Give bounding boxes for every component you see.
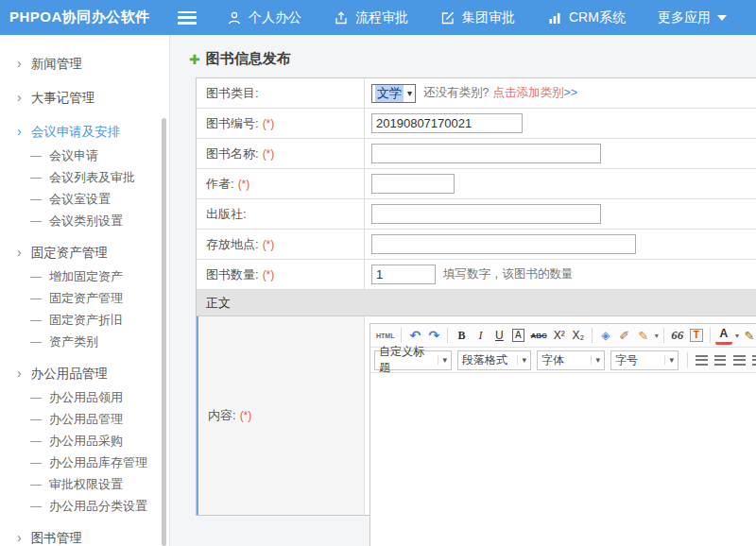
page-header: ✚ 图书信息发布 <box>170 35 756 77</box>
italic-icon[interactable]: I <box>472 327 489 345</box>
format-brush-caret[interactable]: ▾ <box>655 332 659 340</box>
paragraph-format-dropdown[interactable]: 段落格式 <box>457 350 531 370</box>
publisher-input[interactable] <box>371 204 601 224</box>
format-brush-icon[interactable]: ✎ <box>635 327 652 345</box>
author-label: 作者: <box>206 176 234 193</box>
sidebar-item-asset-category[interactable]: 资产类别 <box>0 331 169 352</box>
bold-icon[interactable]: B <box>453 327 470 345</box>
blockquote-icon[interactable]: 66 <box>669 327 686 345</box>
form-row-author: 作者:(*) <box>197 169 756 199</box>
nav-crm-system[interactable]: CRM系统 <box>547 9 626 26</box>
strikethrough-icon[interactable]: ABC <box>528 327 548 345</box>
add-icon: ✚ <box>189 52 200 67</box>
book-code-input[interactable] <box>371 113 523 133</box>
user-icon <box>227 10 242 26</box>
eraser-icon[interactable]: ◈ <box>597 327 614 345</box>
align-center-icon[interactable] <box>712 351 729 369</box>
author-input[interactable] <box>371 174 455 194</box>
publisher-label: 出版社: <box>206 206 247 223</box>
sidebar-item-meeting-apply[interactable]: 会议申请 <box>0 145 169 166</box>
align-left-icon[interactable] <box>693 351 710 369</box>
border-text-icon[interactable]: A <box>512 329 524 342</box>
sidebar-item-supplies-inventory[interactable]: 办公用品库存管理 <box>0 452 169 473</box>
sidebar-item-meeting-list-approval[interactable]: 会议列表及审批 <box>0 166 169 188</box>
font-size-dropdown[interactable]: 字号 <box>610 350 679 370</box>
menu-toggle-icon[interactable] <box>178 11 197 25</box>
form-row-category: 图书类目: 文学 还没有类别? 点击添加类别>> <box>197 78 756 109</box>
nav-group-approval[interactable]: 集团审批 <box>440 9 515 26</box>
subscript-icon[interactable]: X₂ <box>570 327 587 345</box>
nav-personal-office[interactable]: 个人办公 <box>227 9 301 26</box>
sidebar-item-fixed-asset-manage[interactable]: 固定资产管理 <box>0 287 169 309</box>
quantity-label: 图书数量: <box>206 266 259 283</box>
form-row-code: 图书编号:(*) <box>197 109 756 139</box>
category-select[interactable]: 文学 <box>371 84 416 103</box>
crm-chart-icon <box>547 10 562 26</box>
top-nav: 个人办公 流程审批 集团审批 CRM系统 更多应用 <box>227 9 727 26</box>
superscript-icon[interactable]: X² <box>551 327 568 345</box>
sidebar-scrollbar[interactable] <box>162 118 166 546</box>
book-form: 图书类目: 文学 还没有类别? 点击添加类别>> 图书编号:(*) 图书名称:(… <box>196 77 756 516</box>
sidebar-group-books[interactable]: 图书管理 <box>0 525 169 546</box>
sidebar-item-supplies-purchase[interactable]: 办公用品采购 <box>0 430 169 452</box>
redo-icon[interactable]: ↷ <box>425 327 442 345</box>
highlight-icon[interactable]: ✎ <box>741 327 756 345</box>
sidebar-group-fixed-assets[interactable]: 固定资产管理 <box>0 240 169 265</box>
sidebar-group-memorabilia[interactable]: 大事记管理 <box>0 85 169 111</box>
main-content: ✚ 图书信息发布 图书类目: 文学 还没有类别? 点击添加类别>> 图书编号:(… <box>170 35 756 546</box>
category-hint: 还没有类别? <box>423 85 489 101</box>
quantity-hint: 填写数字，该图书的数量 <box>443 266 574 282</box>
underline-icon[interactable]: U <box>490 327 507 345</box>
group-approval-icon <box>440 10 455 26</box>
sidebar-group-office-supplies[interactable]: 办公用品管理 <box>0 361 169 386</box>
app-logo: PHPOA协同办公软件 <box>0 9 170 26</box>
editor-content-area[interactable] <box>370 373 756 546</box>
sidebar-item-add-fixed-asset[interactable]: 增加固定资产 <box>0 265 169 287</box>
add-category-arrows[interactable]: >> <box>563 86 577 99</box>
sidebar-item-approval-permission-settings[interactable]: 审批权限设置 <box>0 473 169 495</box>
form-row-content: 内容:(*) HTML ↶ ↷ B I U <box>197 316 756 515</box>
process-approval-icon <box>334 10 349 26</box>
editor-toolbar-row2: 自定义标题 段落格式 字体 字号 ∞ <box>370 348 756 373</box>
content-label: 内容: <box>208 407 236 424</box>
book-name-input[interactable] <box>371 144 601 163</box>
nav-process-approval[interactable]: 流程审批 <box>334 9 408 26</box>
font-color-icon[interactable]: A <box>715 327 732 345</box>
category-label: 图书类目: <box>206 85 259 102</box>
sidebar-item-supplies-claim[interactable]: 办公用品领用 <box>0 386 169 408</box>
code-label: 图书编号: <box>206 115 259 132</box>
form-row-location: 存放地点:(*) <box>197 230 756 260</box>
font-color-caret[interactable]: ▾ <box>735 332 739 340</box>
caret-down-icon <box>717 15 727 21</box>
sidebar-item-meeting-category-settings[interactable]: 会议类别设置 <box>0 210 169 231</box>
name-label: 图书名称: <box>206 145 259 162</box>
nav-more-apps[interactable]: 更多应用 <box>658 9 727 26</box>
sidebar-group-meeting[interactable]: 会议申请及安排 <box>0 119 169 145</box>
add-category-link[interactable]: 点击添加类别 <box>492 86 563 99</box>
sidebar-group-news[interactable]: 新闻管理 <box>0 51 169 77</box>
location-label: 存放地点: <box>206 236 259 253</box>
html-source-button[interactable]: HTML <box>374 327 396 345</box>
sidebar-item-meeting-room-settings[interactable]: 会议室设置 <box>0 188 169 210</box>
sidebar: 新闻管理 大事记管理 会议申请及安排 会议申请 会议列表及审批 会议室设置 会议… <box>0 35 170 546</box>
app-window: PHPOA协同办公软件 个人办公 流程审批 集团审批 <box>0 0 756 546</box>
quantity-input[interactable] <box>371 264 436 284</box>
font-family-dropdown[interactable]: 字体 <box>537 350 605 370</box>
form-row-publisher: 出版社: <box>197 199 756 230</box>
sidebar-item-supplies-manage[interactable]: 办公用品管理 <box>0 408 169 430</box>
align-justify-icon[interactable] <box>749 351 756 369</box>
form-row-quantity: 图书数量:(*) 填写数字，该图书的数量 <box>197 260 756 290</box>
rich-text-editor: HTML ↶ ↷ B I U A ABC X² <box>369 323 756 546</box>
body-section-bar: 正文 <box>197 290 756 316</box>
page-title: 图书信息发布 <box>206 50 291 68</box>
sidebar-item-supplies-category-settings[interactable]: 办公用品分类设置 <box>0 495 169 517</box>
location-input[interactable] <box>371 234 636 254</box>
custom-heading-dropdown[interactable]: 自定义标题 <box>374 350 452 370</box>
undo-icon[interactable]: ↶ <box>406 327 423 345</box>
clear-format-icon[interactable]: ✐ <box>616 327 633 345</box>
form-row-name: 图书名称:(*) <box>197 139 756 169</box>
topbar: PHPOA协同办公软件 个人办公 流程审批 集团审批 <box>0 0 756 35</box>
sidebar-item-fixed-asset-depreciation[interactable]: 固定资产折旧 <box>0 309 169 331</box>
align-right-icon[interactable] <box>730 351 747 369</box>
paste-text-icon[interactable]: T <box>690 329 703 342</box>
